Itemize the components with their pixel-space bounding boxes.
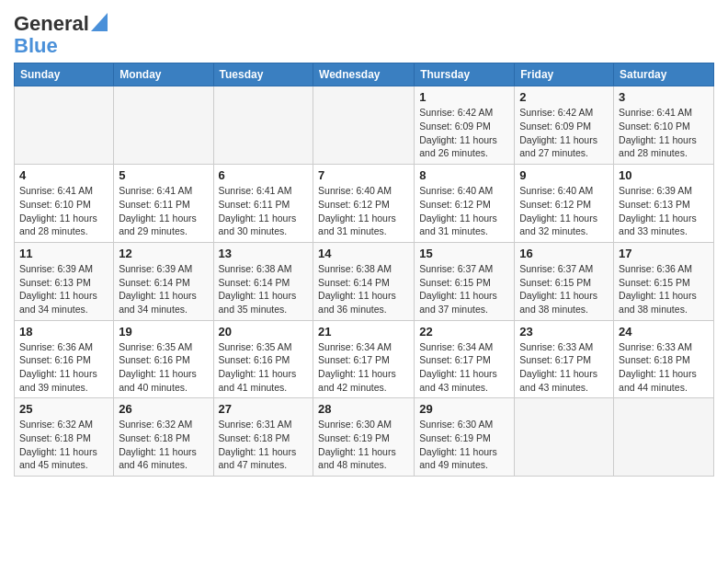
calendar-cell [614, 398, 714, 477]
calendar-week-row: 18Sunrise: 6:36 AM Sunset: 6:16 PM Dayli… [15, 320, 714, 398]
logo-text-general: General [14, 13, 89, 35]
day-number: 29 [419, 402, 509, 416]
day-number: 18 [19, 325, 108, 339]
day-number: 11 [19, 247, 108, 260]
calendar-cell: 28Sunrise: 6:30 AM Sunset: 6:19 PM Dayli… [313, 398, 415, 477]
day-info: Sunrise: 6:39 AM Sunset: 6:14 PM Dayligh… [119, 262, 208, 316]
calendar-week-row: 1Sunrise: 6:42 AM Sunset: 6:09 PM Daylig… [15, 86, 714, 165]
day-number: 16 [519, 247, 609, 260]
day-info: Sunrise: 6:41 AM Sunset: 6:10 PM Dayligh… [19, 184, 108, 238]
day-number: 4 [19, 168, 108, 182]
calendar-cell: 8Sunrise: 6:40 AM Sunset: 6:12 PM Daylig… [415, 165, 515, 243]
weekday-header-thursday: Thursday [415, 63, 515, 86]
day-info: Sunrise: 6:30 AM Sunset: 6:19 PM Dayligh… [419, 418, 509, 472]
header: General Blue [14, 9, 714, 57]
calendar-cell: 11Sunrise: 6:39 AM Sunset: 6:13 PM Dayli… [15, 242, 114, 320]
calendar-cell [15, 86, 114, 165]
day-info: Sunrise: 6:41 AM Sunset: 6:11 PM Dayligh… [119, 184, 208, 238]
calendar-cell: 26Sunrise: 6:32 AM Sunset: 6:18 PM Dayli… [114, 398, 213, 477]
day-number: 5 [119, 168, 208, 182]
weekday-header-tuesday: Tuesday [213, 63, 313, 86]
day-info: Sunrise: 6:41 AM Sunset: 6:11 PM Dayligh… [219, 184, 309, 238]
calendar-cell: 10Sunrise: 6:39 AM Sunset: 6:13 PM Dayli… [614, 165, 714, 243]
calendar-cell: 16Sunrise: 6:37 AM Sunset: 6:15 PM Dayli… [515, 242, 614, 320]
day-number: 27 [219, 402, 309, 416]
day-number: 9 [519, 168, 609, 182]
day-number: 15 [419, 247, 509, 260]
calendar-cell: 18Sunrise: 6:36 AM Sunset: 6:16 PM Dayli… [15, 320, 114, 398]
day-number: 6 [219, 168, 309, 182]
calendar-cell: 4Sunrise: 6:41 AM Sunset: 6:10 PM Daylig… [15, 165, 114, 243]
day-info: Sunrise: 6:35 AM Sunset: 6:16 PM Dayligh… [119, 340, 208, 395]
calendar-cell: 24Sunrise: 6:33 AM Sunset: 6:18 PM Dayli… [614, 320, 714, 398]
day-info: Sunrise: 6:40 AM Sunset: 6:12 PM Dayligh… [419, 184, 509, 238]
day-info: Sunrise: 6:33 AM Sunset: 6:17 PM Dayligh… [519, 340, 609, 395]
day-info: Sunrise: 6:36 AM Sunset: 6:15 PM Dayligh… [619, 262, 709, 316]
weekday-header-friday: Friday [515, 63, 614, 86]
day-number: 1 [419, 90, 509, 104]
day-info: Sunrise: 6:34 AM Sunset: 6:17 PM Dayligh… [318, 340, 409, 395]
day-info: Sunrise: 6:38 AM Sunset: 6:14 PM Dayligh… [219, 262, 309, 316]
day-info: Sunrise: 6:42 AM Sunset: 6:09 PM Dayligh… [519, 106, 609, 160]
calendar-cell: 6Sunrise: 6:41 AM Sunset: 6:11 PM Daylig… [213, 165, 313, 243]
weekday-header-sunday: Sunday [15, 63, 114, 86]
day-number: 7 [318, 168, 409, 182]
calendar-cell: 21Sunrise: 6:34 AM Sunset: 6:17 PM Dayli… [313, 320, 415, 398]
logo: General Blue [14, 13, 108, 57]
calendar-cell [114, 86, 213, 165]
calendar-cell: 13Sunrise: 6:38 AM Sunset: 6:14 PM Dayli… [213, 242, 313, 320]
day-info: Sunrise: 6:39 AM Sunset: 6:13 PM Dayligh… [619, 184, 709, 238]
day-number: 21 [318, 325, 409, 339]
calendar-cell: 27Sunrise: 6:31 AM Sunset: 6:18 PM Dayli… [213, 398, 313, 477]
calendar-cell: 22Sunrise: 6:34 AM Sunset: 6:17 PM Dayli… [415, 320, 515, 398]
day-info: Sunrise: 6:33 AM Sunset: 6:18 PM Dayligh… [619, 340, 709, 395]
weekday-header-row: SundayMondayTuesdayWednesdayThursdayFrid… [15, 63, 714, 86]
calendar-cell [213, 86, 313, 165]
day-number: 22 [419, 325, 509, 339]
logo-text-blue: Blue [14, 34, 58, 57]
day-number: 19 [119, 325, 208, 339]
day-info: Sunrise: 6:37 AM Sunset: 6:15 PM Dayligh… [419, 262, 509, 316]
day-number: 10 [619, 168, 709, 182]
calendar-cell: 20Sunrise: 6:35 AM Sunset: 6:16 PM Dayli… [213, 320, 313, 398]
day-number: 13 [219, 247, 309, 260]
day-number: 3 [619, 90, 709, 104]
day-info: Sunrise: 6:34 AM Sunset: 6:17 PM Dayligh… [419, 340, 509, 395]
day-info: Sunrise: 6:32 AM Sunset: 6:18 PM Dayligh… [19, 418, 108, 472]
svg-marker-0 [91, 13, 108, 31]
calendar-cell: 5Sunrise: 6:41 AM Sunset: 6:11 PM Daylig… [114, 165, 213, 243]
weekday-header-wednesday: Wednesday [313, 63, 415, 86]
calendar-cell: 3Sunrise: 6:41 AM Sunset: 6:10 PM Daylig… [614, 86, 714, 165]
day-info: Sunrise: 6:32 AM Sunset: 6:18 PM Dayligh… [119, 418, 208, 472]
weekday-header-monday: Monday [114, 63, 213, 86]
day-number: 28 [318, 402, 409, 416]
day-number: 20 [219, 325, 309, 339]
calendar-cell: 15Sunrise: 6:37 AM Sunset: 6:15 PM Dayli… [415, 242, 515, 320]
day-number: 17 [619, 247, 709, 260]
day-info: Sunrise: 6:31 AM Sunset: 6:18 PM Dayligh… [219, 418, 309, 472]
weekday-header-saturday: Saturday [614, 63, 714, 86]
day-info: Sunrise: 6:40 AM Sunset: 6:12 PM Dayligh… [318, 184, 409, 238]
calendar-week-row: 25Sunrise: 6:32 AM Sunset: 6:18 PM Dayli… [15, 398, 714, 477]
day-info: Sunrise: 6:39 AM Sunset: 6:13 PM Dayligh… [19, 262, 108, 316]
day-info: Sunrise: 6:37 AM Sunset: 6:15 PM Dayligh… [519, 262, 609, 316]
day-info: Sunrise: 6:30 AM Sunset: 6:19 PM Dayligh… [318, 418, 409, 472]
day-number: 12 [119, 247, 208, 260]
calendar-cell: 9Sunrise: 6:40 AM Sunset: 6:12 PM Daylig… [515, 165, 614, 243]
calendar-cell: 19Sunrise: 6:35 AM Sunset: 6:16 PM Dayli… [114, 320, 213, 398]
calendar-week-row: 4Sunrise: 6:41 AM Sunset: 6:10 PM Daylig… [15, 165, 714, 243]
calendar-cell: 25Sunrise: 6:32 AM Sunset: 6:18 PM Dayli… [15, 398, 114, 477]
day-info: Sunrise: 6:36 AM Sunset: 6:16 PM Dayligh… [19, 340, 108, 395]
calendar-table: SundayMondayTuesdayWednesdayThursdayFrid… [14, 63, 714, 477]
day-info: Sunrise: 6:38 AM Sunset: 6:14 PM Dayligh… [318, 262, 409, 316]
day-info: Sunrise: 6:40 AM Sunset: 6:12 PM Dayligh… [519, 184, 609, 238]
calendar-cell: 29Sunrise: 6:30 AM Sunset: 6:19 PM Dayli… [415, 398, 515, 477]
calendar-cell: 7Sunrise: 6:40 AM Sunset: 6:12 PM Daylig… [313, 165, 415, 243]
calendar-cell: 2Sunrise: 6:42 AM Sunset: 6:09 PM Daylig… [515, 86, 614, 165]
day-number: 24 [619, 325, 709, 339]
calendar-cell: 14Sunrise: 6:38 AM Sunset: 6:14 PM Dayli… [313, 242, 415, 320]
day-number: 14 [318, 247, 409, 260]
calendar-cell: 1Sunrise: 6:42 AM Sunset: 6:09 PM Daylig… [415, 86, 515, 165]
calendar-cell: 12Sunrise: 6:39 AM Sunset: 6:14 PM Dayli… [114, 242, 213, 320]
calendar-week-row: 11Sunrise: 6:39 AM Sunset: 6:13 PM Dayli… [15, 242, 714, 320]
